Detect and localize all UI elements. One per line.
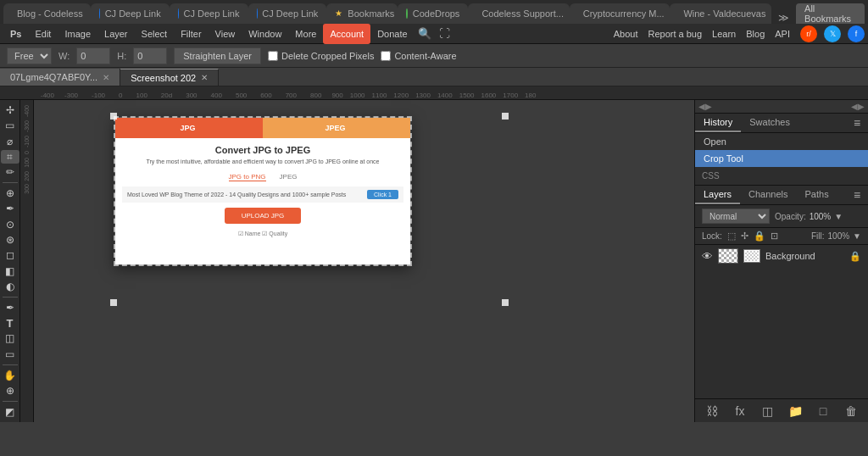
twitter-icon[interactable]: 𝕏	[824, 25, 841, 42]
menu-select[interactable]: Select	[135, 24, 175, 44]
brush-tool[interactable]: ✒	[1, 202, 19, 215]
zoom-tool[interactable]: ⊕	[1, 384, 19, 398]
menu-more[interactable]: More	[288, 24, 323, 44]
new-group-icon[interactable]: 📁	[786, 402, 804, 420]
all-bookmarks-button[interactable]: All Bookmarks	[796, 3, 865, 24]
thumb-tab-jpg-png[interactable]: JPG to PNG	[229, 173, 266, 181]
history-panel-menu-icon[interactable]: ≡	[849, 115, 865, 131]
tab-wine[interactable]: Wine - Valdecuevas	[670, 3, 771, 24]
fullscreen-icon[interactable]: ⛶	[435, 24, 455, 44]
tab-codedrops[interactable]: CodeDrops	[398, 3, 469, 24]
eyedropper-tool[interactable]: ✏	[1, 165, 19, 179]
canvas-area[interactable]: JPG JPEG Convert JPG to JPEG Try the mos…	[34, 100, 694, 422]
css-panel: CSS	[695, 167, 868, 186]
close-tab-icon[interactable]: ✕	[103, 73, 109, 82]
blog-link[interactable]: Blog	[746, 29, 765, 39]
type-tool[interactable]: T	[1, 316, 19, 330]
path-tool[interactable]: ◫	[1, 331, 19, 345]
menu-view[interactable]: View	[209, 24, 242, 44]
w-input[interactable]	[76, 47, 110, 64]
hand-tool[interactable]: ✋	[1, 368, 19, 381]
move-tool[interactable]: ✢	[1, 103, 19, 117]
reddit-icon[interactable]: r/	[800, 25, 817, 42]
shape-tool[interactable]: ▭	[1, 347, 19, 360]
history-brush-tool[interactable]: ⊛	[1, 233, 19, 247]
blend-mode-select[interactable]: Normal	[702, 209, 770, 224]
close-tab-icon[interactable]: ✕	[201, 73, 208, 82]
thumb-ad-block: Most Loved WP Blog Theme of 2022 - 14 Qu…	[122, 186, 403, 203]
history-tab[interactable]: History	[695, 114, 741, 132]
search-icon[interactable]: 🔍	[415, 24, 435, 44]
opacity-label: Opacity:	[775, 212, 806, 221]
menu-account[interactable]: Account	[323, 24, 370, 44]
delete-cropped-checkbox[interactable]	[268, 51, 278, 61]
facebook-icon[interactable]: f	[848, 25, 865, 42]
new-layer-icon[interactable]: □	[814, 402, 832, 420]
swatches-tab[interactable]: Swatches	[741, 114, 798, 132]
tab-bookmarks[interactable]: ★ Bookmarks	[326, 3, 397, 24]
link-layers-icon[interactable]: ⛓	[703, 402, 721, 420]
lock-all-icon[interactable]: 🔒	[754, 231, 765, 242]
fill-arrow-icon[interactable]: ▼	[853, 231, 861, 241]
more-tabs-button[interactable]: ≫	[771, 12, 796, 24]
pen-tool[interactable]: ✒	[1, 301, 19, 314]
eraser-tool[interactable]: ◻	[1, 248, 19, 262]
collapse-left-icon[interactable]: ◀▶	[698, 102, 712, 111]
w-label: W:	[58, 51, 70, 61]
layer-visibility-icon[interactable]: 👁	[702, 250, 713, 263]
content-aware-checkbox[interactable]	[381, 51, 391, 61]
menu-window[interactable]: Window	[242, 24, 288, 44]
lasso-tool[interactable]: ⌀	[1, 135, 19, 148]
history-item-open[interactable]: Open	[695, 133, 868, 150]
learn-link[interactable]: Learn	[712, 29, 736, 39]
collapse-right-icon[interactable]: ◀▶	[851, 102, 865, 111]
menu-filter[interactable]: Filter	[174, 24, 208, 44]
tab-crypto[interactable]: Cryptocurrency M...	[570, 3, 670, 24]
tab-cj2[interactable]: CJ Deep Link	[170, 3, 248, 24]
add-mask-icon[interactable]: ◫	[759, 402, 777, 420]
lock-pixels-icon[interactable]: ⬚	[727, 231, 736, 242]
paths-tab[interactable]: Paths	[797, 186, 837, 204]
thumb-upload-button[interactable]: UPLOAD JPG	[225, 208, 302, 224]
healing-tool[interactable]: ⊕	[1, 186, 19, 200]
about-link[interactable]: About	[614, 29, 638, 39]
opacity-arrow-icon[interactable]: ▼	[834, 212, 843, 221]
thumb-cta-button[interactable]: Click 1	[367, 190, 398, 199]
channels-tab[interactable]: Channels	[740, 186, 796, 204]
style-select[interactable]: Free	[7, 47, 52, 64]
background-layer-row[interactable]: 👁 Background 🔒	[695, 245, 868, 267]
lock-row: Lock: ⬚ ✢ 🔒 ⊡ Fill: 100% ▼	[695, 228, 868, 245]
css-label[interactable]: CSS	[695, 168, 726, 184]
menu-image[interactable]: Image	[58, 24, 97, 44]
menu-ps-icon[interactable]: Ps	[3, 24, 28, 44]
layer-thumb-pattern	[719, 249, 737, 263]
dodge-tool[interactable]: ◐	[1, 280, 19, 293]
lock-position-icon[interactable]: ✢	[741, 231, 748, 242]
crop-tool[interactable]: ⌗	[1, 150, 19, 164]
tab-codeless-support[interactable]: Codeless Support...	[468, 3, 569, 24]
gradient-tool[interactable]: ◧	[1, 264, 19, 277]
tab-blog-codeless[interactable]: Blog - Codeless	[3, 3, 91, 24]
fg-bg-colors[interactable]: ◩	[1, 405, 19, 419]
clone-tool[interactable]: ⊙	[1, 218, 19, 231]
menu-layer[interactable]: Layer	[97, 24, 135, 44]
menu-edit[interactable]: Edit	[28, 24, 58, 44]
api-link[interactable]: API	[775, 29, 790, 39]
add-style-icon[interactable]: fx	[731, 402, 749, 420]
tab-cj1[interactable]: CJ Deep Link	[91, 3, 170, 24]
marquee-tool[interactable]: ▭	[1, 119, 19, 132]
history-item-crop[interactable]: Crop Tool	[695, 150, 868, 167]
menu-donate[interactable]: Donate	[370, 24, 414, 44]
report-bug-link[interactable]: Report a bug	[648, 29, 702, 39]
document-tab-1[interactable]: 07Lgme4Q7ABF0Y... ✕	[0, 69, 120, 86]
straighten-layer-button[interactable]: Straighten Layer	[174, 47, 261, 64]
layers-panel-menu-icon[interactable]: ≡	[849, 187, 865, 203]
lock-artboard-icon[interactable]: ⊡	[771, 231, 778, 242]
layers-tab[interactable]: Layers	[695, 186, 740, 204]
thumb-tab-jpeg[interactable]: JPEG	[280, 173, 298, 181]
h-input[interactable]	[133, 47, 167, 64]
document-tab-2[interactable]: Screenshot 202 ✕	[120, 69, 219, 86]
tab-cj3[interactable]: CJ Deep Link	[248, 3, 327, 24]
delete-layer-icon[interactable]: 🗑	[842, 402, 860, 420]
ps-menu-bar: Ps Edit Image Layer Select Filter View W…	[0, 24, 868, 44]
